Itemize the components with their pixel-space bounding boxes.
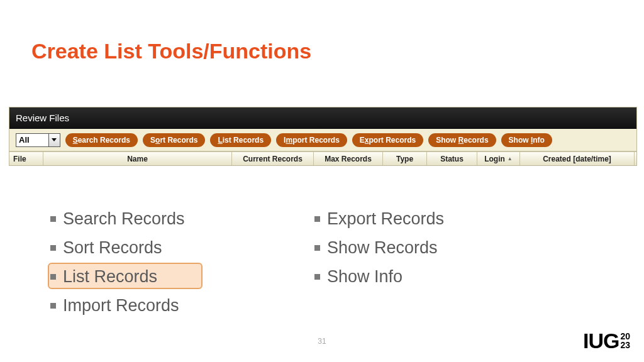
- list-item: Sort Records: [50, 234, 314, 263]
- logo-text: IUG: [583, 329, 619, 353]
- toolbar-button-2[interactable]: List Records: [210, 133, 271, 147]
- filter-dropdown[interactable]: All: [16, 133, 60, 147]
- window-title-text: Review Files: [16, 112, 69, 123]
- conference-logo: IUG 20 23: [583, 329, 630, 353]
- column-header-4[interactable]: Type: [383, 152, 427, 165]
- list-item: Show Info: [314, 263, 579, 292]
- column-header-1[interactable]: Name: [43, 152, 232, 165]
- slide-title: Create List Tools/Functions: [31, 39, 311, 63]
- logo-year-bottom: 23: [620, 341, 630, 349]
- list-item-label: Show Records: [327, 234, 438, 263]
- toolbar-button-0[interactable]: Search Records: [65, 133, 138, 147]
- list-item: Export Records: [314, 205, 579, 234]
- list-item: Show Records: [314, 234, 579, 263]
- column-header-0[interactable]: File: [9, 152, 43, 165]
- list-item: Search Records: [50, 205, 314, 234]
- column-header-3[interactable]: Max Records: [314, 152, 383, 165]
- bullet-icon: [50, 303, 56, 309]
- table-header: FileNameCurrent RecordsMax RecordsTypeSt…: [9, 151, 636, 165]
- bullet-icon: [314, 245, 320, 251]
- toolbar-button-4[interactable]: Export Records: [352, 133, 423, 147]
- sort-asc-icon: ▲: [508, 156, 513, 162]
- toolbar-button-5[interactable]: Show Records: [428, 133, 496, 147]
- column-header-7[interactable]: Created [date/time]: [520, 152, 635, 165]
- bullet-icon: [50, 274, 56, 280]
- bullet-columns: Search RecordsSort RecordsList RecordsIm…: [50, 205, 579, 321]
- column-header-2[interactable]: Current Records: [232, 152, 314, 165]
- bullet-icon: [314, 216, 320, 222]
- column-header-5[interactable]: Status: [427, 152, 477, 165]
- list-item-label: Export Records: [327, 205, 444, 234]
- list-item-label: Sort Records: [63, 234, 162, 263]
- dropdown-value: All: [16, 135, 48, 145]
- list-item: Import Records: [50, 292, 314, 321]
- toolbar: All Search RecordsSort RecordsList Recor…: [9, 129, 636, 151]
- toolbar-button-3[interactable]: Import Records: [276, 133, 347, 147]
- page-number: 31: [0, 337, 644, 346]
- list-item-label: Search Records: [63, 205, 185, 234]
- list-item-label: Show Info: [327, 263, 402, 292]
- bullet-icon: [314, 274, 320, 280]
- toolbar-button-1[interactable]: Sort Records: [143, 133, 205, 147]
- list-item-label: Import Records: [63, 292, 179, 321]
- list-item: List Records: [50, 263, 314, 292]
- bullet-icon: [50, 216, 56, 222]
- app-screenshot: Review Files All Search RecordsSort Reco…: [9, 107, 637, 166]
- column-header-6[interactable]: Login▲: [477, 152, 520, 165]
- chevron-down-icon: [48, 134, 60, 146]
- window-titlebar: Review Files: [9, 107, 636, 129]
- list-item-label: List Records: [63, 263, 157, 292]
- toolbar-button-6[interactable]: Show Info: [501, 133, 552, 147]
- bullet-icon: [50, 245, 56, 251]
